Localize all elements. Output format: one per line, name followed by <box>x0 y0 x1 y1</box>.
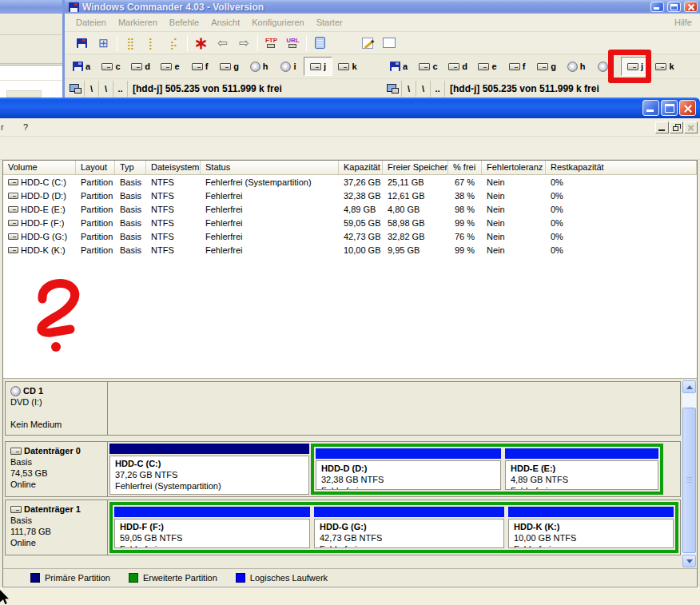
partition-hdd-e[interactable]: HDD-E (E:) 4,89 GB NTFS Fehlerfrei <box>505 448 658 490</box>
partition-hdd-g[interactable]: HDD-G (G:) 42,73 GB NTFS Fehlerfrei <box>314 507 504 548</box>
column-header-dateisystem[interactable]: Dateisystem <box>146 161 201 174</box>
drive-button-e-right[interactable]: e <box>473 57 502 76</box>
clipped-menu-item: r <box>1 122 6 132</box>
drive-button-c-right[interactable]: c <box>414 57 443 76</box>
drive-button-d-left[interactable]: d <box>126 57 155 76</box>
menu-item-dateien[interactable]: Dateien <box>76 18 106 27</box>
background-titlebar <box>0 0 62 14</box>
column-header-volume[interactable]: Volume <box>3 161 76 174</box>
clipboard-icon[interactable] <box>309 34 331 53</box>
disk-icon[interactable] <box>71 34 93 53</box>
drive-button-j-left[interactable]: j <box>304 57 332 76</box>
menu-item-markieren[interactable]: Markieren <box>118 18 157 27</box>
scrollbar-thumb[interactable] <box>682 408 696 553</box>
table-row[interactable]: HDD-C (C:) PartitionBasis NTFSFehlerfrei… <box>3 175 697 189</box>
table-row[interactable]: HDD-K (K:) PartitionBasis NTFSFehlerfrei… <box>3 243 697 257</box>
drive-button-d-right[interactable]: d <box>443 57 472 76</box>
minimize-button[interactable] <box>642 100 659 116</box>
ftp-icon[interactable]: FTP <box>261 34 282 53</box>
drive-button-j-right[interactable]: j <box>621 57 650 76</box>
drive-button-k-right[interactable]: k <box>650 57 679 76</box>
table-row[interactable]: HDD-G (G:) PartitionBasis NTFSFehlerfrei… <box>3 229 697 243</box>
drive-button-h-right[interactable]: h <box>562 57 591 76</box>
menu-item-konfigurieren[interactable]: Konfigurieren <box>252 18 304 27</box>
disk-1-label[interactable]: Datenträger 1 Basis 111,78 GB Online <box>6 500 108 555</box>
table-row[interactable]: HDD-E (E:) PartitionBasis NTFSFehlerfrei… <box>3 202 697 216</box>
drive-button-h-left[interactable]: h <box>245 57 273 76</box>
drive-button-k-left[interactable]: k <box>333 57 362 76</box>
menu-item-starter[interactable]: Starter <box>316 18 343 27</box>
scroll-down-button[interactable] <box>682 555 696 567</box>
menu-item-help[interactable]: ? <box>23 122 28 132</box>
drive-button-i-right[interactable]: i <box>591 57 620 76</box>
drive-button-i-left[interactable]: i <box>274 57 303 76</box>
disk-0-label[interactable]: Datenträger 0 Basis 74,53 GB Online <box>6 442 108 496</box>
mdi-minimize-button[interactable] <box>655 121 669 133</box>
drive-button-a-right[interactable]: a <box>384 57 413 76</box>
menu-item-befehle[interactable]: Befehle <box>169 18 199 27</box>
maximize-button[interactable] <box>667 2 681 12</box>
drive-button-e-left[interactable]: e <box>156 57 185 76</box>
table-row[interactable]: HDD-F (F:) PartitionBasis NTFSFehlerfrei… <box>3 216 697 229</box>
minimize-button[interactable] <box>650 2 664 12</box>
forward-icon[interactable]: ⇨ <box>233 34 255 53</box>
column-header-status[interactable]: Status <box>201 161 339 174</box>
network-icon-button[interactable] <box>384 81 402 97</box>
column-header-layout[interactable]: Layout <box>76 161 115 174</box>
disk-0-row: Datenträger 0 Basis 74,53 GB Online HDD-… <box>5 441 681 497</box>
partition-hdd-d[interactable]: HDD-D (D:) 32,38 GB NTFS Fehlerfrei <box>316 448 501 490</box>
dm-titlebar[interactable] <box>0 98 700 118</box>
menu-item-hilfe[interactable]: Hilfe <box>674 18 692 27</box>
column-header-restkapazitaet[interactable]: Restkapazität <box>546 161 697 174</box>
edit-icon[interactable] <box>356 34 378 53</box>
vertical-scrollbar[interactable] <box>682 380 696 567</box>
bottom-strip <box>0 587 700 605</box>
root-button[interactable]: \ <box>99 81 113 97</box>
new-window-icon[interactable] <box>378 34 400 53</box>
invert-selection-icon[interactable]: ∗ <box>190 34 212 53</box>
column-header-fehlertoleranz[interactable]: Fehlertoleranz <box>482 161 546 174</box>
brief-view-icon[interactable]: ⣿ <box>120 34 141 53</box>
menu-item-ansicht[interactable]: Ansicht <box>211 18 240 27</box>
hdd-icon <box>192 63 203 70</box>
explorer-tree-icon[interactable]: ⊞ <box>93 34 114 53</box>
partition-hdd-k[interactable]: HDD-K (K:) 10,00 GB NTFS Fehlerfrei <box>508 507 674 548</box>
column-header-prozent-frei[interactable]: % frei <box>448 161 482 174</box>
column-header-kapazitaet[interactable]: Kapazität <box>339 161 383 174</box>
parent-dir-button[interactable]: .. <box>431 81 445 97</box>
partition-hdd-f[interactable]: HDD-F (F:) 59,05 GB NTFS Fehlerfrei <box>114 507 310 548</box>
drive-button-g-right[interactable]: g <box>532 57 561 76</box>
disk-icon <box>10 506 22 513</box>
table-row[interactable]: HDD-D (D:) PartitionBasis NTFSFehlerfrei… <box>3 189 697 202</box>
url-icon[interactable]: URL <box>282 34 304 53</box>
drive-button-a-left[interactable]: a <box>67 57 96 76</box>
column-header-typ[interactable]: Typ <box>115 161 146 174</box>
root-button[interactable]: \ <box>402 81 416 97</box>
volume-icon <box>8 179 18 185</box>
close-button[interactable] <box>679 100 696 116</box>
close-button[interactable] <box>684 2 698 12</box>
logical-drive-color-swatch <box>236 573 245 583</box>
back-icon[interactable]: ⇦ <box>212 34 233 53</box>
root-button[interactable]: \ <box>416 81 431 97</box>
column-header-freier-speicher[interactable]: Freier Speicher <box>383 161 448 174</box>
parent-dir-button[interactable]: .. <box>113 81 128 97</box>
partition-hdd-c[interactable]: HDD-C (C:) 37,26 GB NTFS Fehlerfrei (Sys… <box>109 444 309 495</box>
graphical-view: CD 1 DVD (I:) Kein Medium Datenträger 0 … <box>3 378 697 568</box>
cd-drive-label[interactable]: CD 1 DVD (I:) Kein Medium <box>6 382 108 435</box>
drive-button-f-right[interactable]: f <box>503 57 531 76</box>
volume-icon <box>8 206 18 213</box>
disk-1-row: Datenträger 1 Basis 111,78 GB Online HDD… <box>5 500 681 555</box>
maximize-button[interactable] <box>661 100 678 116</box>
tree-view-icon[interactable]: ⡮ <box>163 34 185 53</box>
drive-button-g-left[interactable]: g <box>215 57 244 76</box>
root-button[interactable]: \ <box>85 81 99 97</box>
network-icon-button[interactable] <box>67 81 85 97</box>
mdi-restore-button[interactable] <box>670 121 683 133</box>
wc-titlebar[interactable]: Windows Commander 4.03 - Vollversion <box>65 0 700 14</box>
drive-button-f-left[interactable]: f <box>185 57 214 76</box>
drive-button-c-left[interactable]: c <box>97 57 125 76</box>
scroll-up-button[interactable] <box>682 380 696 393</box>
full-view-icon[interactable]: ⡇ <box>141 34 163 53</box>
list-header-row: Volume Layout Typ Dateisystem Status Kap… <box>3 161 697 175</box>
